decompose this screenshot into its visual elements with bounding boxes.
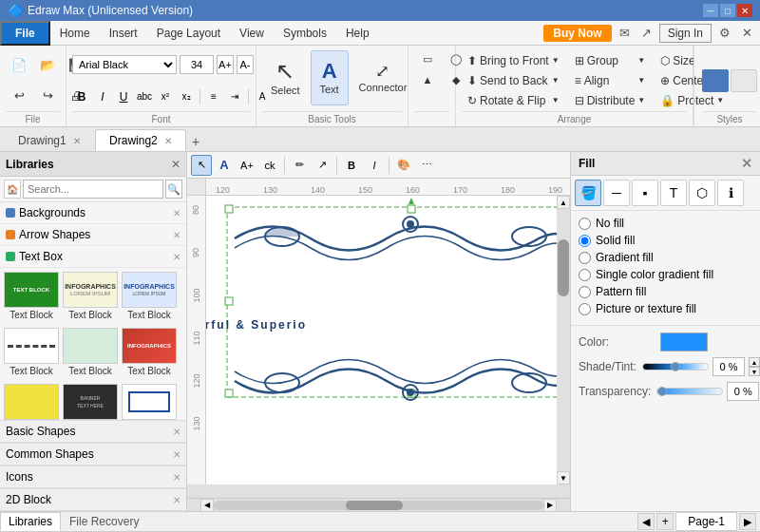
canvas-more-btn[interactable]: ⋯ bbox=[416, 155, 437, 176]
picture-fill-radio[interactable] bbox=[579, 303, 591, 315]
fill-color-icon-btn[interactable]: 🪣 bbox=[575, 180, 601, 206]
strikethrough-button[interactable]: abc bbox=[135, 87, 154, 106]
no-fill-option[interactable]: No fill bbox=[579, 217, 752, 230]
library-basic-shapes[interactable]: Basic Shapes ✕ bbox=[0, 420, 186, 443]
page-scroll-right[interactable]: ▶ bbox=[739, 513, 756, 530]
share-icon[interactable]: ✉ bbox=[616, 24, 634, 42]
superscript-button[interactable]: x² bbox=[156, 87, 175, 106]
gradient-fill-option[interactable]: Gradient fill bbox=[579, 251, 752, 264]
close-icon[interactable]: ✕ bbox=[738, 24, 756, 42]
arrow-shapes-close[interactable]: ✕ bbox=[173, 230, 180, 240]
style2-button[interactable] bbox=[731, 69, 757, 92]
underline-button[interactable]: U bbox=[114, 87, 133, 106]
pattern-fill-radio[interactable] bbox=[579, 286, 591, 298]
gradient-fill-radio[interactable] bbox=[579, 252, 591, 264]
list-item[interactable]: Text Block bbox=[122, 384, 177, 420]
tab-drawing1[interactable]: Drawing1 ✕ bbox=[4, 129, 95, 151]
bring-front-dropdown[interactable]: ▼ bbox=[552, 56, 560, 65]
send-back-dropdown[interactable]: ▼ bbox=[552, 76, 560, 85]
subscript-button[interactable]: x₂ bbox=[177, 87, 196, 106]
transparency-slider[interactable] bbox=[656, 388, 723, 395]
font-family-select[interactable]: Arial Black bbox=[72, 55, 177, 74]
rect-shape-button[interactable]: ▭ bbox=[414, 49, 441, 68]
open-button[interactable]: 📂 bbox=[34, 56, 61, 74]
picture-fill-option[interactable]: Picture or texture fill bbox=[579, 302, 752, 315]
scroll-up-button[interactable]: ▲ bbox=[557, 196, 570, 209]
send-back-button[interactable]: ⬇ Send to Back ▼ bbox=[462, 71, 565, 90]
maximize-button[interactable]: □ bbox=[720, 4, 735, 17]
shade-slider[interactable] bbox=[642, 363, 709, 370]
redo-button[interactable]: ↪ bbox=[34, 86, 61, 104]
canvas-select-btn[interactable]: ↖ bbox=[191, 155, 212, 176]
tab-drawing1-close[interactable]: ✕ bbox=[73, 136, 81, 146]
close-button[interactable]: ✕ bbox=[737, 4, 752, 17]
textbox-close[interactable]: ✕ bbox=[173, 252, 180, 262]
icons-close[interactable]: ✕ bbox=[173, 472, 180, 483]
sign-in-button[interactable]: Sign In bbox=[659, 24, 712, 43]
distribute-button[interactable]: ⊟ Distribute ▼ bbox=[569, 91, 652, 110]
list-item[interactable]: Text Block bbox=[63, 328, 118, 376]
group-button[interactable]: ⊞ Group ▼ bbox=[569, 51, 652, 70]
canvas-pencil-btn[interactable]: ✏ bbox=[289, 155, 310, 176]
library-common-shapes[interactable]: Common Shapes ✕ bbox=[0, 443, 186, 466]
shade-up-btn[interactable]: ▲ bbox=[749, 357, 760, 367]
horizontal-scrollbar[interactable]: ◀ ▶ bbox=[187, 498, 570, 511]
insert-menu[interactable]: Insert bbox=[100, 23, 147, 44]
tab-drawing2-close[interactable]: ✕ bbox=[164, 136, 172, 146]
view-menu[interactable]: View bbox=[230, 23, 274, 44]
single-gradient-radio[interactable] bbox=[579, 269, 591, 281]
h-scroll-thumb[interactable] bbox=[346, 501, 403, 510]
italic-button[interactable]: I bbox=[93, 87, 112, 106]
align-button[interactable]: ≡ Align ▼ bbox=[569, 71, 652, 90]
buy-now-button[interactable]: Buy Now bbox=[543, 25, 611, 42]
vertical-scrollbar[interactable]: ▲ ▼ bbox=[557, 196, 570, 484]
indent-button[interactable]: ⇥ bbox=[225, 87, 244, 106]
settings-icon[interactable]: ⚙ bbox=[715, 24, 734, 42]
list-item[interactable]: INFOGRAPHICS Text Block bbox=[122, 328, 177, 376]
shade-down-btn[interactable]: ▼ bbox=[749, 367, 760, 376]
home-menu[interactable]: Home bbox=[50, 23, 100, 44]
tab-drawing2[interactable]: Drawing2 ✕ bbox=[95, 129, 186, 151]
fill-line-icon-btn[interactable]: ─ bbox=[603, 180, 630, 206]
library-item-arrow-shapes[interactable]: Arrow Shapes ✕ bbox=[0, 224, 186, 246]
libraries-close[interactable]: ✕ bbox=[171, 158, 180, 171]
list-item[interactable]: Text Block bbox=[4, 384, 59, 420]
undo-button[interactable]: ↩ bbox=[6, 86, 32, 104]
common-shapes-close[interactable]: ✕ bbox=[173, 449, 180, 460]
align-dropdown[interactable]: ▼ bbox=[637, 76, 645, 85]
scroll-down-button[interactable]: ▼ bbox=[557, 471, 570, 484]
drawing-canvas[interactable]: erful & Superio bbox=[206, 196, 570, 484]
scroll-left-button[interactable]: ◀ bbox=[200, 499, 214, 512]
triangle-shape-button[interactable]: ▲ bbox=[414, 70, 441, 89]
bold-button[interactable]: B bbox=[72, 87, 91, 106]
home-nav-button[interactable]: 🏠 bbox=[4, 180, 21, 199]
single-gradient-option[interactable]: Single color gradient fill bbox=[579, 268, 752, 281]
new-button[interactable]: 📄 bbox=[6, 56, 32, 74]
tab-add-button[interactable]: + bbox=[186, 132, 205, 151]
library-item-backgrounds[interactable]: Backgrounds ✕ bbox=[0, 202, 186, 224]
backgrounds-close[interactable]: ✕ bbox=[173, 208, 180, 218]
add-page-button[interactable]: + bbox=[656, 513, 674, 530]
symbols-menu[interactable]: Symbols bbox=[274, 23, 336, 44]
font-size-decrease[interactable]: A- bbox=[237, 55, 254, 74]
font-size-increase[interactable]: A+ bbox=[217, 55, 234, 74]
list-item[interactable]: INFOGRAPHICS LOREM IPSUM Text Block bbox=[63, 272, 118, 320]
bring-front-button[interactable]: ⬆ Bring to Front ▼ bbox=[462, 51, 565, 70]
solid-fill-radio[interactable] bbox=[579, 235, 591, 247]
library-2d-block[interactable]: 2D Block ✕ bbox=[0, 488, 186, 511]
canvas-bold-btn[interactable]: B bbox=[341, 155, 362, 176]
canvas-text-format-btn[interactable]: A bbox=[214, 155, 235, 176]
minimize-button[interactable]: ─ bbox=[703, 4, 718, 17]
fill-color-picker[interactable] bbox=[660, 332, 708, 352]
solid-fill-option[interactable]: Solid fill bbox=[579, 234, 752, 247]
page-layout-menu[interactable]: Page Layout bbox=[147, 23, 230, 44]
library-item-textbox[interactable]: Text Box ✕ bbox=[0, 246, 186, 268]
style1-button[interactable] bbox=[702, 69, 729, 92]
canvas-italic-btn[interactable]: I bbox=[364, 155, 385, 176]
basic-shapes-close[interactable]: ✕ bbox=[173, 427, 180, 437]
select-tool-button[interactable]: ↖ Select bbox=[262, 50, 309, 105]
list-button[interactable]: ≡ bbox=[204, 87, 223, 106]
fill-text-icon-btn[interactable]: T bbox=[660, 180, 687, 206]
canvas-ck-btn[interactable]: ck bbox=[259, 155, 280, 176]
canvas-font-size-a-btn[interactable]: A+ bbox=[237, 155, 257, 176]
